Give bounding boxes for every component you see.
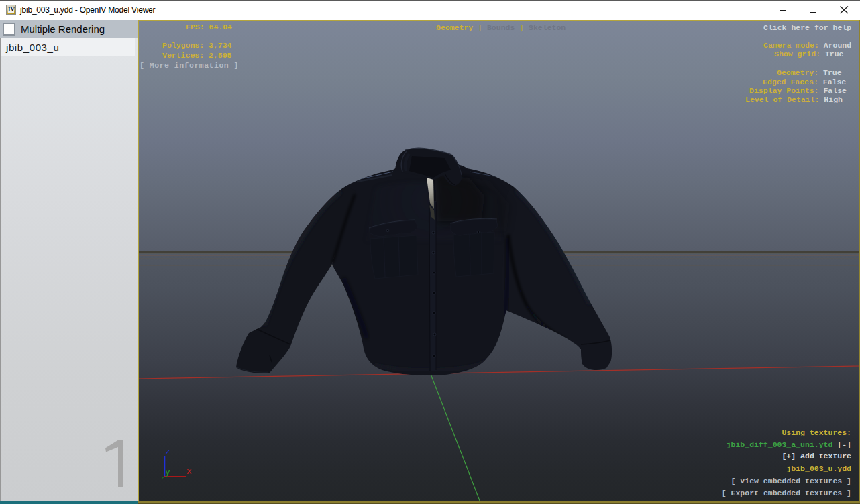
svg-text:y: y (165, 467, 170, 477)
svg-text:z: z (165, 447, 170, 457)
svg-text:x: x (186, 466, 192, 477)
